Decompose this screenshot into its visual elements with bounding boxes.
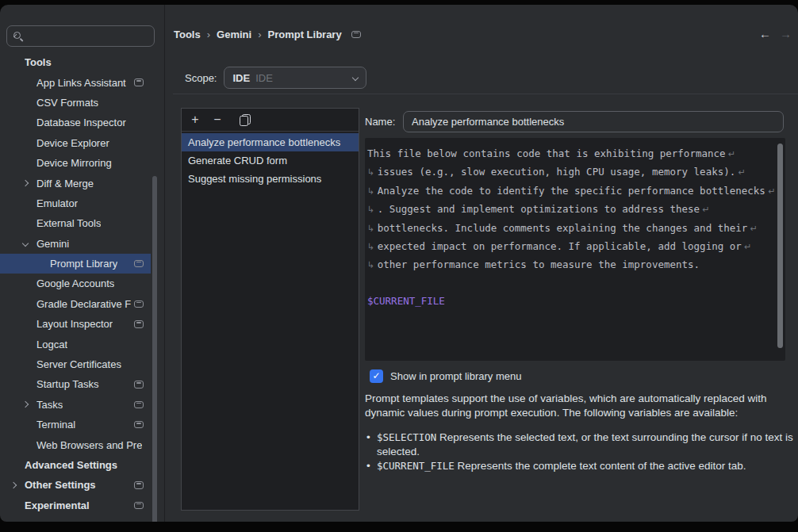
scope-row: Scope: IDE IDE — [185, 67, 366, 89]
settings-dialog: ToolsApp Links AssistantCSV FormatsDatab… — [0, 5, 798, 522]
chevron-right-icon[interactable] — [10, 482, 17, 488]
show-in-menu-checkbox[interactable]: ✓ — [370, 369, 383, 383]
breadcrumb-item-gemini[interactable]: Gemini — [217, 29, 251, 40]
sidebar-item-terminal[interactable]: Terminal — [0, 415, 164, 434]
prompt-list-item[interactable]: Analyze performance bottlenecks — [182, 133, 359, 151]
sidebar-item-device-explorer[interactable]: Device Explorer — [0, 133, 164, 153]
editor-line: This file below contains code that is ex… — [367, 145, 773, 163]
window-icon — [134, 421, 144, 429]
scope-label: Scope: — [185, 72, 217, 84]
sidebar-item-device-mirroring[interactable]: Device Mirroring — [0, 153, 164, 173]
editor-line — [367, 275, 773, 293]
soft-wrap-start-icon: ↳ — [367, 224, 378, 234]
remove-prompt-button[interactable]: − — [211, 112, 224, 128]
sidebar-item-label: Layout Inspector — [36, 318, 113, 330]
sidebar-item-external-tools[interactable]: External Tools — [0, 213, 164, 233]
window-icon — [134, 481, 144, 489]
soft-wrap-start-icon: ↳ — [367, 242, 378, 252]
sidebar-item-label: App Links Assistant — [36, 77, 126, 89]
breadcrumb-item-tools[interactable]: Tools — [174, 29, 201, 40]
show-in-menu-label: Show in prompt library menu — [390, 370, 521, 382]
history-nav: ← → — [759, 27, 792, 40]
editor-line-text: expected impact on performance. If appli… — [378, 240, 742, 252]
sidebar-item-tools[interactable]: Tools — [0, 52, 164, 72]
editor-line: ↳ . Suggest and implement optimizations … — [367, 201, 773, 219]
sidebar-item-web-browsers-and-pre[interactable]: Web Browsers and Pre — [0, 434, 164, 454]
sidebar-item-gemini[interactable]: Gemini — [0, 234, 164, 254]
prompt-list-item[interactable]: Suggest missing permissions — [182, 170, 359, 188]
breadcrumb-separator: › — [258, 29, 261, 40]
chevron-down-icon[interactable] — [22, 240, 29, 247]
sidebar-item-experimental[interactable]: Experimental — [0, 496, 164, 515]
variable-description-text: Represents the selected text, or the tex… — [377, 431, 793, 457]
editor-line-text: Analyze the code to identify the specifi… — [378, 185, 765, 197]
settings-content: Tools›Gemini›Prompt Library ← → Scope: I… — [165, 5, 798, 522]
editor-line-text: This file below contains code that is ex… — [367, 147, 726, 159]
editor-scrollbar-thumb[interactable] — [777, 144, 783, 348]
sidebar-item-advanced-settings[interactable]: Advanced Settings — [0, 455, 164, 475]
sidebar-item-app-links-assistant[interactable]: App Links Assistant — [0, 72, 164, 92]
scope-value: IDE — [232, 72, 250, 84]
sidebar-item-label: Prompt Library — [50, 258, 117, 270]
add-prompt-button[interactable]: + — [189, 112, 201, 128]
prompt-list-toolbar: + − — [182, 109, 359, 132]
variable-name: $CURRENT_FILE — [377, 460, 455, 472]
prompt-name-input[interactable] — [403, 111, 784, 132]
sidebar-item-startup-tasks[interactable]: Startup Tasks — [0, 374, 164, 394]
editor-line-text: . Suggest and implement optimizations to… — [378, 203, 700, 215]
sidebar-item-other-settings[interactable]: Other Settings — [0, 475, 164, 495]
scope-hint: IDE — [255, 72, 273, 84]
sidebar-item-layout-inspector[interactable]: Layout Inspector — [0, 314, 164, 334]
soft-wrap-start-icon: ↳ — [367, 260, 378, 270]
sidebar-item-tasks[interactable]: Tasks — [0, 395, 164, 415]
scope-dropdown[interactable]: IDE IDE — [224, 67, 366, 89]
breadcrumb-item-prompt-library[interactable]: Prompt Library — [267, 29, 341, 40]
sidebar-item-server-certificates[interactable]: Server Certificates — [0, 354, 164, 374]
sidebar-item-logcat[interactable]: Logcat — [0, 334, 164, 354]
sidebar-item-label: Terminal — [36, 419, 75, 431]
settings-search-input[interactable] — [17, 30, 166, 42]
forward-arrow-icon[interactable]: → — [780, 27, 792, 40]
chevron-right-icon[interactable] — [22, 401, 29, 408]
sidebar-item-label: Other Settings — [25, 479, 96, 491]
window-icon — [134, 260, 144, 268]
chevron-down-icon — [352, 75, 359, 81]
sidebar-item-label: External Tools — [36, 217, 101, 229]
settings-search-box[interactable] — [6, 25, 155, 47]
duplicate-prompt-icon[interactable] — [239, 114, 251, 126]
show-in-menu-row: ✓ Show in prompt library menu — [370, 369, 521, 383]
sidebar-scrollbar-thumb[interactable] — [152, 176, 157, 522]
soft-wrap-end-icon: ↵ — [742, 242, 752, 252]
sidebar-item-label: Device Explorer — [36, 137, 109, 149]
soft-wrap-end-icon: ↵ — [735, 167, 746, 178]
editor-line: ↳ bottlenecks. Include comments explaini… — [367, 220, 773, 238]
soft-wrap-end-icon: ↵ — [765, 186, 776, 197]
sidebar-item-gradle-declarative-f[interactable]: Gradle Declarative F — [0, 294, 164, 314]
sidebar-item-label: Gemini — [36, 238, 69, 250]
sidebar-item-label: Server Certificates — [36, 358, 121, 370]
sidebar-item-csv-formats[interactable]: CSV Formats — [0, 93, 164, 113]
variables-list: $SELECTION Represents the selected text,… — [365, 431, 798, 474]
variable-name: $SELECTION — [377, 431, 436, 443]
sidebar-item-label: Google Accounts — [36, 277, 114, 289]
sidebar-item-label: Web Browsers and Pre — [36, 439, 142, 451]
soft-wrap-end-icon: ↵ — [747, 224, 758, 234]
prompt-list-item[interactable]: Generate CRUD form — [182, 151, 359, 170]
prompt-text-editor[interactable]: This file below contains code that is ex… — [365, 138, 785, 361]
settings-sidebar: ToolsApp Links AssistantCSV FormatsDatab… — [0, 5, 165, 522]
chevron-right-icon[interactable] — [22, 180, 29, 186]
back-arrow-icon[interactable]: ← — [759, 27, 771, 40]
sidebar-item-emulator[interactable]: Emulator — [0, 193, 164, 213]
editor-line-text — [367, 277, 374, 289]
sidebar-item-database-inspector[interactable]: Database Inspector — [0, 113, 164, 132]
sidebar-item-prompt-library[interactable]: Prompt Library — [0, 254, 164, 274]
sidebar-item-label: CSV Formats — [36, 97, 98, 109]
sidebar-item-label: Device Mirroring — [36, 157, 112, 169]
variable-description-text: Represents the complete text content of … — [458, 460, 746, 472]
sidebar-item-diff-merge[interactable]: Diff & Merge — [0, 173, 164, 193]
window-icon — [134, 320, 144, 328]
soft-wrap-start-icon: ↳ — [367, 167, 378, 178]
sidebar-item-google-accounts[interactable]: Google Accounts — [0, 274, 164, 293]
breadcrumb: Tools›Gemini›Prompt Library — [174, 29, 361, 40]
sidebar-item-label: Diff & Merge — [36, 178, 94, 189]
